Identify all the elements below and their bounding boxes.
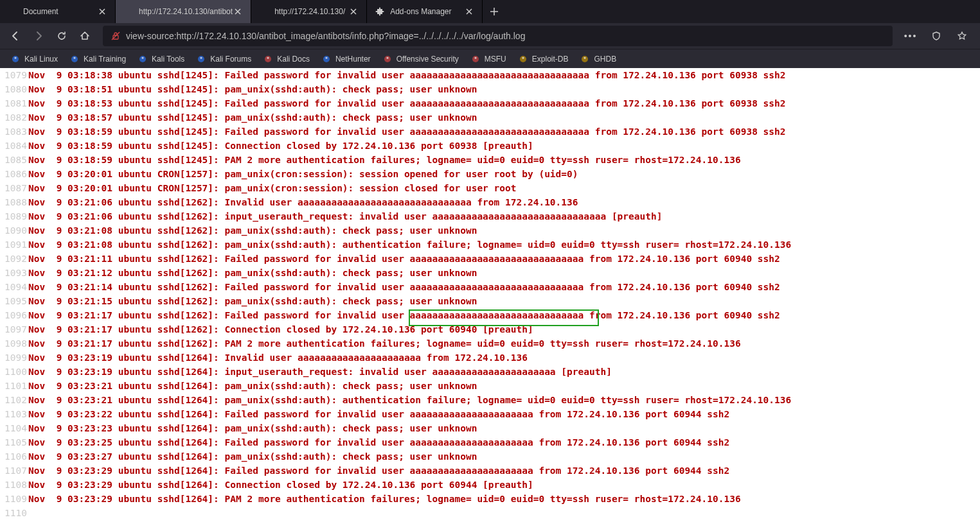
line-number: 1109 — [0, 492, 28, 506]
bookmark-nethunter[interactable]: NetHunter — [316, 53, 376, 65]
log-text: Nov 9 03:23:21 ubuntu sshd[1264]: pam_un… — [28, 393, 791, 407]
log-text: Nov 9 03:21:17 ubuntu sshd[1262]: Failed… — [28, 308, 780, 322]
back-button[interactable] — [5, 26, 26, 46]
bookmark-favicon — [470, 54, 481, 64]
tab-0[interactable]: Document — [0, 0, 116, 23]
url-bar[interactable]: view-source:http://172.24.10.130/antibot… — [103, 26, 893, 46]
bookmarks-bar: Kali LinuxKali TrainingKali ToolsKali Fo… — [0, 49, 980, 68]
bookmark-kali-training[interactable]: Kali Training — [64, 53, 131, 65]
log-text: Nov 9 03:21:14 ubuntu sshd[1262]: Failed… — [28, 280, 780, 294]
line-number: 1108 — [0, 478, 28, 492]
puzzle-icon — [375, 6, 385, 17]
reload-button[interactable] — [51, 26, 72, 46]
log-text: Nov 9 03:21:08 ubuntu sshd[1262]: pam_un… — [28, 223, 477, 238]
log-line: 1104Nov 9 03:23:23 ubuntu sshd[1264]: pa… — [0, 421, 980, 435]
line-number: 1083 — [0, 125, 28, 139]
log-text: Nov 9 03:20:01 ubuntu CRON[1257]: pam_un… — [28, 181, 517, 195]
bookmark-kali-linux[interactable]: Kali Linux — [5, 53, 63, 65]
bookmark-kali-docs[interactable]: Kali Docs — [258, 53, 315, 65]
bookmark-kali-tools[interactable]: Kali Tools — [132, 53, 190, 65]
line-number: 1084 — [0, 139, 28, 153]
log-text: Nov 9 03:23:19 ubuntu sshd[1264]: Invali… — [28, 351, 528, 365]
line-number: 1091 — [0, 238, 28, 252]
log-text: Nov 9 03:23:29 ubuntu sshd[1264]: PAM 2 … — [28, 492, 741, 506]
page-icon — [259, 6, 269, 17]
shield-icon[interactable] — [926, 26, 947, 46]
view-source-content[interactable]: 1079Nov 9 03:18:38 ubuntu sshd[1245]: Fa… — [0, 68, 980, 522]
bookmark-label: MSFU — [485, 55, 506, 64]
tab-title: http://172.24.10.130/antibot — [139, 7, 233, 16]
bookmark-label: NetHunter — [335, 55, 371, 64]
bookmark-favicon — [321, 54, 332, 64]
line-number: 1106 — [0, 449, 28, 464]
tabs-bar: Documenthttp://172.24.10.130/antibothttp… — [0, 0, 980, 23]
close-icon[interactable] — [233, 6, 243, 17]
log-line: 1092Nov 9 03:21:11 ubuntu sshd[1262]: Fa… — [0, 252, 980, 266]
bookmark-favicon — [263, 54, 273, 64]
page-icon — [123, 6, 134, 17]
log-text: Nov 9 03:21:17 ubuntu sshd[1262]: PAM 2 … — [28, 336, 741, 351]
tab-title: Document — [23, 7, 97, 16]
log-text: Nov 9 03:18:57 ubuntu sshd[1245]: pam_un… — [28, 110, 477, 125]
line-number: 1103 — [0, 407, 28, 421]
line-number: 1087 — [0, 181, 28, 195]
log-text: Nov 9 03:18:59 ubuntu sshd[1245]: Failed… — [28, 125, 786, 139]
bookmark-star-icon[interactable] — [952, 26, 972, 46]
line-number: 1092 — [0, 252, 28, 266]
line-number: 1102 — [0, 393, 28, 407]
bookmark-exploit-db[interactable]: Exploit-DB — [513, 53, 574, 65]
log-line: 1087Nov 9 03:20:01 ubuntu CRON[1257]: pa… — [0, 181, 980, 195]
log-text: Nov 9 03:21:12 ubuntu sshd[1262]: pam_un… — [28, 266, 477, 280]
bookmark-label: Kali Docs — [277, 55, 310, 64]
bookmark-label: Kali Forums — [210, 55, 251, 64]
line-number: 1101 — [0, 379, 28, 393]
log-text: Nov 9 03:21:06 ubuntu sshd[1262]: input_… — [28, 209, 662, 223]
new-tab-button[interactable] — [483, 0, 506, 23]
log-text: Nov 9 03:20:01 ubuntu CRON[1257]: pam_un… — [28, 167, 578, 181]
forward-button[interactable] — [28, 26, 49, 46]
close-icon[interactable] — [464, 6, 474, 17]
log-text: Nov 9 03:21:06 ubuntu sshd[1262]: Invali… — [28, 195, 578, 209]
log-line: 1109Nov 9 03:23:29 ubuntu sshd[1264]: PA… — [0, 492, 980, 506]
log-line: 1090Nov 9 03:21:08 ubuntu sshd[1262]: pa… — [0, 223, 980, 238]
log-line: 1093Nov 9 03:21:12 ubuntu sshd[1262]: pa… — [0, 266, 980, 280]
nav-bar: view-source:http://172.24.10.130/antibot… — [0, 23, 980, 49]
bookmark-favicon — [518, 54, 528, 64]
line-number: 1100 — [0, 365, 28, 379]
close-icon[interactable] — [97, 6, 107, 17]
log-text: Nov 9 03:23:29 ubuntu sshd[1264]: Connec… — [28, 478, 533, 492]
log-text: Nov 9 03:23:21 ubuntu sshd[1264]: pam_un… — [28, 379, 477, 393]
bookmark-favicon — [196, 54, 206, 64]
bookmark-ghdb[interactable]: GHDB — [575, 53, 621, 65]
line-number: 1085 — [0, 153, 28, 167]
log-line: 1103Nov 9 03:23:22 ubuntu sshd[1264]: Fa… — [0, 407, 980, 421]
bookmark-offensive-security[interactable]: Offensive Security — [377, 53, 464, 65]
line-number: 1080 — [0, 82, 28, 96]
tab-3[interactable]: Add-ons Manager — [367, 0, 483, 23]
line-number: 1082 — [0, 110, 28, 125]
bookmark-msfu[interactable]: MSFU — [465, 53, 512, 65]
log-text: Nov 9 03:18:53 ubuntu sshd[1245]: Failed… — [28, 96, 786, 110]
home-button[interactable] — [75, 26, 95, 46]
log-line: 1100Nov 9 03:23:19 ubuntu sshd[1264]: in… — [0, 365, 980, 379]
log-line: 1088Nov 9 03:21:06 ubuntu sshd[1262]: In… — [0, 195, 980, 209]
page-actions-icon[interactable]: ••• — [900, 26, 921, 46]
log-line: 1098Nov 9 03:21:17 ubuntu sshd[1262]: PA… — [0, 336, 980, 351]
bookmark-kali-forums[interactable]: Kali Forums — [191, 53, 256, 65]
close-icon[interactable] — [348, 6, 359, 17]
line-number: 1105 — [0, 435, 28, 449]
bookmark-label: Kali Linux — [24, 55, 58, 64]
page-icon — [8, 6, 18, 17]
log-line: 1095Nov 9 03:21:15 ubuntu sshd[1262]: pa… — [0, 294, 980, 308]
log-text: Nov 9 03:21:17 ubuntu sshd[1262]: Connec… — [28, 322, 533, 336]
log-line: 1108Nov 9 03:23:29 ubuntu sshd[1264]: Co… — [0, 478, 980, 492]
log-line: 1086Nov 9 03:20:01 ubuntu CRON[1257]: pa… — [0, 167, 980, 181]
url-text: view-source:http://172.24.10.130/antibot… — [126, 31, 885, 41]
log-line: 1085Nov 9 03:18:59 ubuntu sshd[1245]: PA… — [0, 153, 980, 167]
log-line: 1102Nov 9 03:23:21 ubuntu sshd[1264]: pa… — [0, 393, 980, 407]
tab-1[interactable]: http://172.24.10.130/antibot — [116, 0, 251, 23]
line-number: 1097 — [0, 322, 28, 336]
tab-2[interactable]: http://172.24.10.130/ — [251, 0, 367, 23]
log-text: Nov 9 03:18:59 ubuntu sshd[1245]: PAM 2 … — [28, 153, 741, 167]
bookmark-favicon — [138, 54, 148, 64]
